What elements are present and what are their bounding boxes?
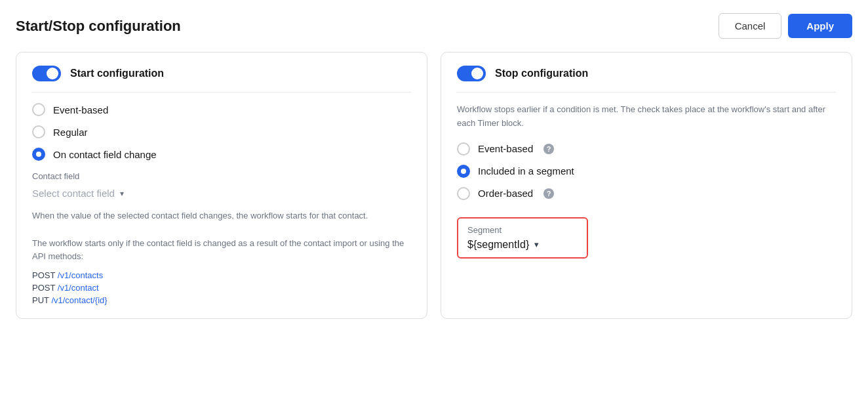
stop-panel-title: Stop configuration — [495, 68, 588, 79]
api-prefix-2: POST — [32, 283, 58, 293]
stop-event-based-help-icon[interactable]: ? — [543, 144, 554, 154]
cancel-button[interactable]: Cancel — [719, 13, 782, 39]
start-toggle-thumb — [47, 68, 58, 79]
panels-container: Start configuration Event-based Regular … — [16, 52, 852, 319]
start-radio-event-based[interactable] — [32, 103, 45, 116]
start-panel-title: Start configuration — [70, 68, 164, 79]
api-link-3: PUT /v1/contact/{id} — [32, 295, 411, 305]
header-actions: Cancel Apply — [719, 13, 852, 39]
segment-chevron-icon: ▾ — [534, 240, 539, 249]
start-toggle-track — [32, 66, 61, 81]
start-radio-regular[interactable] — [32, 125, 45, 138]
start-option-event-based[interactable]: Event-based — [32, 103, 411, 116]
contact-field-label: Contact field — [32, 171, 411, 181]
stop-panel-header: Stop configuration — [457, 66, 836, 93]
api-href-2[interactable]: /v1/contact — [58, 283, 99, 293]
stop-toggle[interactable] — [457, 66, 486, 81]
api-href-1[interactable]: /v1/contacts — [58, 270, 103, 280]
api-links: POST /v1/contacts POST /v1/contact PUT /… — [32, 270, 411, 305]
page-header: Start/Stop configuration Cancel Apply — [16, 13, 852, 39]
stop-option-event-based[interactable]: Event-based ? — [457, 142, 836, 156]
api-href-3[interactable]: /v1/contact/{id} — [51, 295, 107, 305]
stop-option-order-based[interactable]: Order-based ? — [457, 187, 836, 200]
contact-field-placeholder: Select contact field — [32, 188, 115, 199]
start-option-contact-field-change[interactable]: On contact field change — [32, 148, 411, 161]
contact-field-chevron-icon: ▾ — [120, 189, 124, 198]
stop-toggle-thumb — [471, 68, 483, 79]
start-description: When the value of the selected contact f… — [32, 209, 411, 264]
page-title: Start/Stop configuration — [16, 18, 181, 35]
segment-label: Segment — [467, 225, 578, 235]
stop-radio-included-segment[interactable] — [457, 165, 470, 178]
stop-radio-group: Event-based ? Included in a segment Orde… — [457, 142, 836, 200]
start-option-event-based-label: Event-based — [53, 104, 108, 115]
start-radio-group: Event-based Regular On contact field cha… — [32, 103, 411, 161]
api-link-2: POST /v1/contact — [32, 283, 411, 293]
stop-toggle-track — [457, 66, 486, 81]
stop-description: Workflow stops earlier if a condition is… — [457, 103, 836, 131]
segment-box: Segment ${segmentId} ▾ — [457, 217, 588, 259]
stop-order-based-help-icon[interactable]: ? — [543, 188, 554, 199]
start-description-line2: The workflow starts only if the contact … — [32, 238, 404, 262]
start-radio-contact-field-change[interactable] — [32, 148, 45, 161]
stop-option-included-segment[interactable]: Included in a segment — [457, 165, 836, 178]
start-toggle[interactable] — [32, 66, 61, 81]
contact-field-select[interactable]: Select contact field ▾ — [32, 185, 411, 201]
api-link-1: POST /v1/contacts — [32, 270, 411, 280]
stop-radio-order-based[interactable] — [457, 187, 470, 200]
start-option-regular[interactable]: Regular — [32, 125, 411, 138]
segment-value: ${segmentId} — [467, 239, 529, 251]
stop-option-order-based-label: Order-based — [478, 188, 533, 199]
start-option-contact-field-change-label: On contact field change — [53, 149, 157, 160]
segment-select[interactable]: ${segmentId} ▾ — [467, 239, 578, 251]
stop-option-event-based-label: Event-based — [478, 143, 533, 154]
api-prefix-1: POST — [32, 270, 58, 280]
start-configuration-panel: Start configuration Event-based Regular … — [16, 52, 427, 319]
start-option-regular-label: Regular — [53, 127, 88, 138]
stop-configuration-panel: Stop configuration Workflow stops earlie… — [441, 52, 852, 319]
apply-button[interactable]: Apply — [788, 14, 852, 38]
start-description-line1: When the value of the selected contact f… — [32, 211, 368, 220]
start-panel-header: Start configuration — [32, 66, 411, 93]
stop-option-included-segment-label: Included in a segment — [478, 165, 574, 177]
api-prefix-3: PUT — [32, 295, 51, 305]
stop-radio-event-based[interactable] — [457, 142, 470, 156]
